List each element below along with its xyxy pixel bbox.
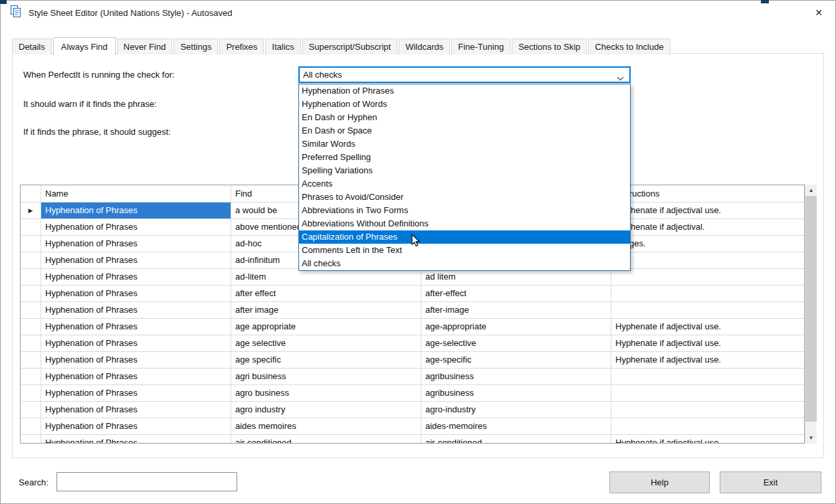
row-indicator[interactable] [21,402,41,418]
table-row[interactable]: Hyphenation of Phrasesaides memoiresaide… [21,418,804,435]
help-button[interactable]: Help [609,471,710,493]
cell-name[interactable]: Hyphenation of Phrases [41,236,231,252]
table-row[interactable]: Hyphenation of Phrasesafter imageafter-i… [21,302,804,319]
cell-find[interactable]: age selective [231,335,421,351]
cell-name[interactable]: Hyphenation of Phrases [41,385,231,401]
cell-instructions[interactable] [611,385,804,401]
table-row[interactable]: Hyphenation of Phrasesad-litemad litem [21,269,804,286]
tab-wildcards[interactable]: Wildcards [399,39,450,54]
check-dropdown[interactable]: All checks [298,66,631,83]
table-row[interactable]: Hyphenation of Phrasesagro businessagrib… [21,385,804,402]
tab-always-find[interactable]: Always Find [53,37,116,55]
dropdown-option[interactable]: Hyphenation of Words [299,98,630,111]
tab-sections-to-skip[interactable]: Sections to Skip [512,39,587,54]
cell-instructions[interactable] [611,286,804,301]
scroll-up-icon[interactable]: ▲ [805,185,817,196]
cell-find[interactable]: after image [231,302,421,318]
cell-instructions[interactable]: Hyphenate if adjectival use. [611,319,804,335]
dropdown-option[interactable]: Similar Words [299,137,630,151]
cell-name[interactable]: Hyphenation of Phrases [41,286,231,301]
cell-instructions[interactable]: Hyphenate if adjectival use. [611,352,804,368]
row-indicator[interactable] [21,269,41,285]
row-indicator[interactable]: ▶ [21,203,41,218]
dropdown-option[interactable]: En Dash or Hyphen [299,111,630,124]
cell-replace[interactable]: age-specific [421,352,611,368]
cell-find[interactable]: agri business [231,369,421,384]
header-instructions[interactable]: Instructions [611,185,804,202]
cell-instructions[interactable] [611,252,804,268]
close-icon[interactable]: ✕ [810,5,827,20]
cell-find[interactable]: air conditioned [231,435,421,444]
cell-replace[interactable]: after-effect [421,286,611,301]
table-row[interactable]: Hyphenation of Phrasesage appropriateage… [21,319,804,335]
tab-italics[interactable]: Italics [265,39,300,54]
cell-name[interactable]: Hyphenation of Phrases [41,302,231,318]
dropdown-option[interactable]: Spelling Variations [299,164,630,177]
cell-name[interactable]: Hyphenation of Phrases [41,319,231,335]
row-indicator[interactable] [21,219,41,235]
cell-replace[interactable]: age-appropriate [421,319,611,335]
dropdown-option[interactable]: Preferred Spelling [299,151,630,164]
cell-name[interactable]: Hyphenation of Phrases [41,252,231,268]
cell-instructions[interactable]: Hyphenate if adjectival use. [611,203,804,218]
cell-instructions[interactable]: Hyphenate if adjectival use. [611,435,804,444]
cell-replace[interactable]: agro-industry [421,402,611,418]
search-input[interactable] [56,472,237,491]
dropdown-option[interactable]: All checks [299,257,630,270]
cell-instructions[interactable] [611,369,804,384]
exit-button[interactable]: Exit [720,471,821,493]
cell-instructions[interactable] [611,302,804,318]
cell-name[interactable]: Hyphenation of Phrases [41,203,231,218]
dropdown-option[interactable]: Capitalization of Phrases [299,230,630,244]
dropdown-option[interactable]: Phrases to Avoid/Consider [299,191,630,204]
row-indicator[interactable] [21,418,41,434]
dropdown-option[interactable]: Abbreviations Without Definitions [299,217,630,230]
tab-fine-tuning[interactable]: Fine-Tuning [451,39,510,54]
cell-name[interactable]: Hyphenation of Phrases [41,402,231,418]
dropdown-option[interactable]: Hyphenation of Phrases [299,84,630,98]
cell-name[interactable]: Hyphenation of Phrases [41,369,231,384]
cell-instructions[interactable]: Hyphenate if adjectival. [611,219,804,235]
cell-find[interactable]: ad-litem [231,269,421,285]
dropdown-option[interactable]: En Dash or Space [299,124,630,137]
tab-settings[interactable]: Settings [173,39,218,54]
table-row[interactable]: Hyphenation of Phrasesage selectiveage-s… [21,335,804,352]
cell-name[interactable]: Hyphenation of Phrases [41,269,231,285]
dropdown-option[interactable]: Comments Left in the Text [299,244,630,257]
chevron-down-icon[interactable] [617,73,624,83]
row-indicator[interactable] [21,302,41,318]
cell-find[interactable]: aides memoires [231,418,421,434]
cell-replace[interactable]: after-image [421,302,611,318]
table-row[interactable]: Hyphenation of Phrasesagro industryagro-… [21,402,804,418]
row-indicator[interactable] [21,352,41,368]
cell-replace[interactable]: air-conditioned [421,435,611,444]
title-bar[interactable]: Style Sheet Editor (United Nations Style… [1,1,835,25]
cell-replace[interactable]: age-selective [421,335,611,351]
cell-instructions[interactable] [611,418,804,434]
row-indicator[interactable] [21,236,41,252]
tab-details[interactable]: Details [12,39,52,54]
header-name[interactable]: Name [41,185,231,202]
cell-name[interactable]: Hyphenation of Phrases [41,352,231,368]
cell-name[interactable]: Hyphenation of Phrases [41,335,231,351]
table-row[interactable]: Hyphenation of Phrasesair conditionedair… [21,435,804,444]
dropdown-option[interactable]: Abbreviations in Two Forms [299,204,630,217]
scroll-down-icon[interactable]: ▼ [805,432,817,444]
cell-instructions[interactable] [611,402,804,418]
tab-prefixes[interactable]: Prefixes [219,39,264,54]
tab-checks-to-include[interactable]: Checks to Include [588,39,670,54]
tab-never-find[interactable]: Never Find [117,39,173,54]
cell-find[interactable]: age appropriate [231,319,421,335]
cell-replace[interactable]: agribusiness [421,369,611,384]
cell-replace[interactable]: ad litem [421,269,611,285]
row-indicator[interactable] [21,369,41,384]
table-row[interactable]: Hyphenation of Phrasesafter effectafter-… [21,286,804,302]
cell-find[interactable]: agro industry [231,402,421,418]
row-indicator[interactable] [21,335,41,351]
row-indicator[interactable] [21,319,41,335]
table-row[interactable]: Hyphenation of Phrasesagri businessagrib… [21,369,804,385]
dropdown-option[interactable]: Accents [299,177,630,191]
cell-name[interactable]: Hyphenation of Phrases [41,435,231,444]
cell-replace[interactable]: aides-memoires [421,418,611,434]
table-row[interactable]: Hyphenation of Phrasesage specificage-sp… [21,352,804,369]
